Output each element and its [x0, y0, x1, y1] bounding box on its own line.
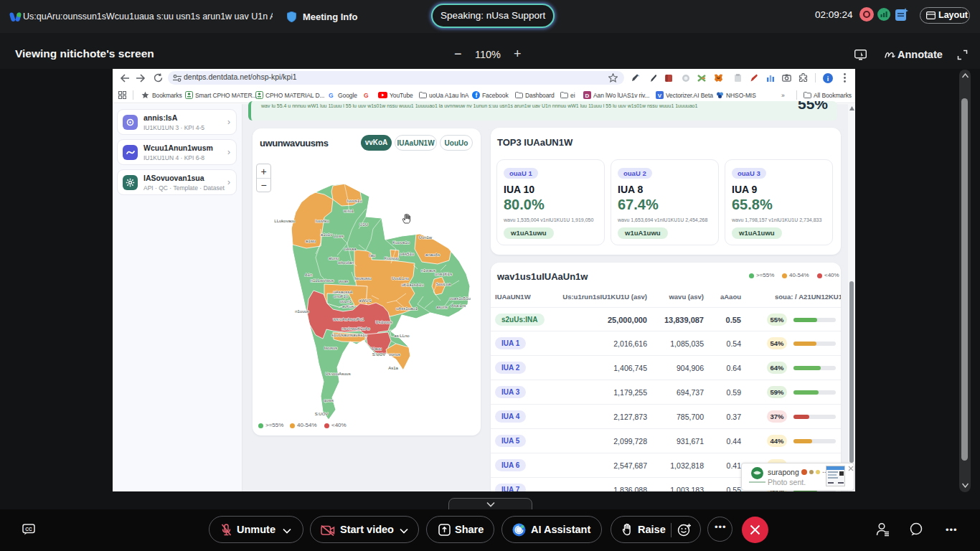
svg-text:f: f: [476, 92, 478, 99]
svg-text:wbcuIan: wbcuIan: [337, 260, 354, 265]
svg-text:A1n: A1n: [305, 273, 313, 277]
svg-text:uAss1uau1: uAss1uau1: [396, 306, 418, 311]
svg-text:unA1K1s: unA1K1s: [435, 272, 452, 276]
svg-text:asuns: asuns: [436, 305, 448, 309]
svg-text:i: i: [827, 75, 829, 83]
svg-text:oAsaa: oAsaa: [344, 247, 357, 251]
svg-text:Uauu: Uauu: [372, 347, 382, 351]
svg-text:S:UOV: S:UOV: [372, 352, 386, 357]
svg-text:Uvn1w: Uvn1w: [419, 235, 433, 240]
svg-text:LLukovaou: LLukovaou: [274, 219, 295, 223]
svg-text:SouLoa: SouLoa: [436, 282, 451, 286]
svg-text:uK1a1sA1u: uK1a1sA1u: [401, 283, 423, 287]
svg-text:CC: CC: [25, 527, 32, 532]
svg-text:aWUS: aWUS: [359, 298, 371, 303]
svg-text:Iwusus: Iwusus: [324, 346, 338, 350]
svg-text:wvas: wvas: [338, 279, 349, 283]
svg-text:uuLn1: uuLn1: [340, 299, 352, 303]
svg-text:As1a: As1a: [388, 366, 398, 370]
svg-text:Kuovuo: Kuovuo: [385, 256, 400, 260]
svg-text:D: D: [585, 93, 590, 99]
svg-text:Us1vuus: Us1vuus: [375, 320, 392, 324]
svg-text:as:LLno: as:LLno: [394, 334, 410, 338]
svg-text:a1wu: a1wu: [306, 239, 316, 243]
svg-text:Iwusustu: Iwusustu: [354, 276, 372, 281]
svg-text:Kuova1u: Kuova1u: [392, 240, 410, 245]
svg-text:Iuuvs1u: Iuuvs1u: [347, 199, 362, 203]
svg-text:n1LLwvlwus: n1LLwvlwus: [311, 278, 334, 283]
svg-text:quws: quws: [324, 398, 334, 402]
svg-text:oAs51u: oAs51u: [400, 252, 414, 256]
svg-text:onuF1u: onuF1u: [334, 294, 348, 298]
svg-text:anauAs: anauAs: [425, 253, 440, 257]
svg-text:Iuuvlku: Iuuvlku: [315, 219, 329, 223]
svg-text:nsvInwuK1uAs: nsvInwuK1uAs: [341, 326, 370, 331]
svg-text:Us:vouAsuus: Us:vouAsuus: [325, 372, 350, 376]
svg-text:a1u1v: a1u1v: [321, 232, 332, 237]
svg-text:LLws: LLws: [334, 234, 344, 238]
svg-text:UouLLnu: UouLLnu: [392, 276, 409, 281]
svg-text:n1waus: n1waus: [421, 268, 436, 273]
svg-text:S:UOV: S:UOV: [315, 412, 329, 416]
svg-text:ws:uAsAsouFu1: ws:uAsAsouFu1: [332, 317, 364, 321]
svg-text:s1uUsaunsavAs1u: s1uUsaunsavAs1u: [331, 333, 367, 337]
svg-text:vunus: vunus: [389, 352, 400, 357]
svg-text:w:Iu1: w:Iu1: [343, 209, 354, 213]
svg-text:Iau: Iau: [369, 253, 375, 258]
svg-text:Asa:Lnt: Asa:Lnt: [451, 303, 466, 308]
svg-text:V: V: [658, 93, 662, 99]
svg-text:avKus: avKus: [342, 304, 354, 309]
svg-text:U1U: U1U: [359, 222, 368, 227]
svg-text:ouas1u51u: ouas1u51u: [449, 296, 471, 301]
svg-text:n1uuus: n1uuus: [295, 309, 309, 314]
